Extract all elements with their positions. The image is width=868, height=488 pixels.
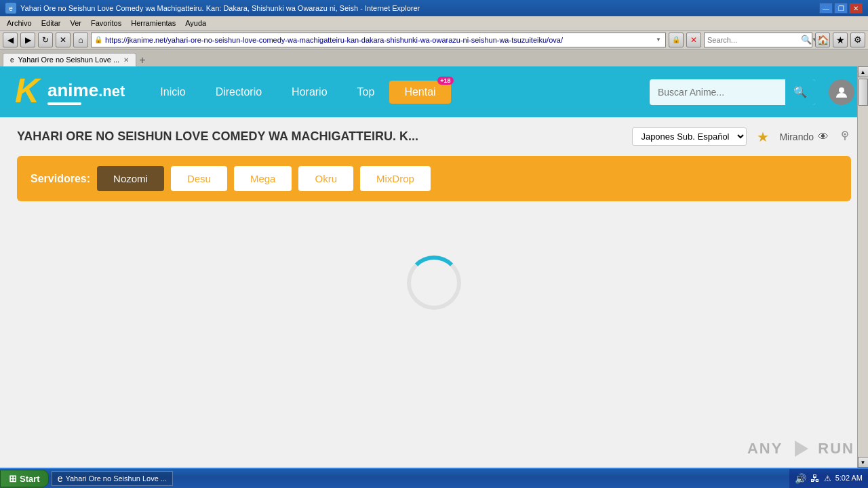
ie-icon: e bbox=[5, 3, 16, 14]
server-mixdrop-button[interactable]: MixDrop bbox=[360, 166, 431, 191]
window-title: Yahari Ore no Seishun Love Comedy wa Mac… bbox=[20, 4, 420, 12]
svg-point-1 bbox=[839, 87, 844, 93]
server-nozomi-button[interactable]: Nozomi bbox=[97, 166, 164, 191]
padlock-button[interactable]: 🔒 bbox=[669, 33, 684, 47]
logo-k: K bbox=[14, 71, 47, 113]
svg-text:K: K bbox=[15, 72, 42, 108]
menu-herramientas[interactable]: Herramientas bbox=[127, 18, 180, 28]
scroll-thumb[interactable] bbox=[859, 79, 868, 106]
location-button[interactable] bbox=[839, 129, 851, 144]
stop-loading-button[interactable]: ✕ bbox=[686, 33, 701, 47]
nav-horario[interactable]: Horario bbox=[277, 81, 342, 104]
site-nav: Inicio Directorio Horario Top Hentai +18 bbox=[145, 81, 450, 104]
start-icon: ⊞ bbox=[9, 473, 17, 484]
page-content: YAHARI ORE NO SEISHUN LOVE COMEDY WA MAC… bbox=[0, 117, 868, 361]
ie-systray-icon[interactable]: ⚠ bbox=[824, 474, 831, 483]
site-search-button[interactable]: 🔍 bbox=[785, 79, 815, 105]
menu-ayuda[interactable]: Ayuda bbox=[181, 18, 210, 28]
nav-inicio[interactable]: Inicio bbox=[145, 81, 200, 104]
site-search-bar: 🔍 bbox=[650, 79, 815, 105]
stop-button[interactable]: ✕ bbox=[56, 33, 71, 47]
taskbar-items: e Yahari Ore no Seishun Love ... bbox=[49, 471, 789, 486]
watermark-any-text: ANY bbox=[747, 440, 783, 458]
loading-area bbox=[17, 215, 851, 350]
browser-search-container: 🔍 ▼ bbox=[704, 33, 812, 47]
server-okru-button[interactable]: Okru bbox=[298, 166, 353, 191]
site-search-input[interactable] bbox=[650, 83, 785, 102]
logo-anime-text: anime bbox=[47, 80, 98, 100]
svg-point-3 bbox=[844, 134, 846, 136]
tabs-bar: e Yahari Ore no Seishun Love ... ✕ + bbox=[0, 49, 868, 66]
nav-directorio[interactable]: Directorio bbox=[201, 81, 277, 104]
servers-label: Servidores: bbox=[31, 173, 90, 185]
menu-editar[interactable]: Editar bbox=[37, 18, 65, 28]
content-area: K anime.net Inicio Directorio Horario To… bbox=[0, 66, 868, 361]
user-avatar-button[interactable] bbox=[829, 79, 854, 105]
menu-archivo[interactable]: Archivo bbox=[3, 18, 36, 28]
nav-top[interactable]: Top bbox=[342, 81, 390, 104]
loading-spinner bbox=[407, 256, 461, 310]
eye-icon: 👁 bbox=[818, 131, 829, 143]
refresh-button[interactable]: ↻ bbox=[38, 33, 53, 47]
tools-icon[interactable]: ⚙ bbox=[850, 33, 865, 47]
favorite-button[interactable]: ★ bbox=[757, 129, 769, 145]
menu-favoritos[interactable]: Favoritos bbox=[87, 18, 125, 28]
browser-search-icon[interactable]: 🔍 bbox=[801, 35, 812, 45]
address-bar[interactable]: 🔒 ▼ bbox=[91, 33, 666, 47]
taskbar-item-label: Yahari Ore no Seishun Love ... bbox=[65, 474, 167, 483]
favorites-icon[interactable]: ★ bbox=[833, 33, 848, 47]
scroll-up-button[interactable]: ▲ bbox=[858, 66, 869, 77]
tab-close-button[interactable]: ✕ bbox=[123, 56, 129, 64]
navigation-bar: ◀ ▶ ↻ ✕ ⌂ 🔒 ▼ 🔒 ✕ 🔍 ▼ 🏠 ★ ⚙ bbox=[0, 30, 868, 49]
anyrun-watermark: ANY RUN bbox=[747, 436, 854, 461]
anime-title: YAHARI ORE NO SEISHUN LOVE COMEDY WA MAC… bbox=[17, 129, 622, 144]
clock: 5:02 AM bbox=[835, 474, 863, 483]
back-button[interactable]: ◀ bbox=[3, 33, 18, 47]
language-selector[interactable]: Japones Sub. Español Español Latino Japo… bbox=[632, 127, 747, 146]
server-desu-button[interactable]: Desu bbox=[171, 166, 227, 191]
site-logo: K anime.net bbox=[14, 71, 125, 113]
site-header: K anime.net Inicio Directorio Horario To… bbox=[0, 66, 868, 117]
minimize-button[interactable]: — bbox=[819, 3, 833, 14]
forward-button[interactable]: ▶ bbox=[20, 33, 35, 47]
watermark-run-text: RUN bbox=[818, 440, 854, 458]
anyrun-play-icon bbox=[788, 436, 812, 461]
tab-active[interactable]: e Yahari Ore no Seishun Love ... ✕ bbox=[3, 53, 136, 66]
taskbar: ⊞ Start e Yahari Ore no Seishun Love ...… bbox=[0, 468, 868, 488]
address-dropdown[interactable]: ▼ bbox=[654, 37, 663, 43]
servers-bar: Servidores: Nozomi Desu Mega Okru MixDro… bbox=[17, 156, 851, 201]
window-controls: — ❐ ✕ bbox=[819, 3, 863, 14]
systray: 🔊 🖧 ⚠ 5:02 AM bbox=[789, 469, 868, 488]
menu-ver[interactable]: Ver bbox=[66, 18, 85, 28]
title-bar: e Yahari Ore no Seishun Love Comedy wa M… bbox=[0, 0, 868, 16]
scrollbar-track: ▲ ▼ bbox=[857, 66, 868, 468]
server-mega-button[interactable]: Mega bbox=[234, 166, 292, 191]
hentai-badge: +18 bbox=[437, 77, 453, 85]
start-label: Start bbox=[20, 474, 40, 484]
volume-icon[interactable]: 🔊 bbox=[795, 473, 806, 484]
anime-title-bar: YAHARI ORE NO SEISHUN LOVE COMEDY WA MAC… bbox=[17, 127, 851, 146]
address-input[interactable] bbox=[105, 36, 654, 44]
home-button[interactable]: ⌂ bbox=[73, 33, 88, 47]
watching-label: Mirando 👁 bbox=[779, 131, 829, 143]
address-icon: 🔒 bbox=[94, 36, 102, 43]
home-icon[interactable]: 🏠 bbox=[815, 33, 830, 47]
nav-hentai[interactable]: Hentai +18 bbox=[389, 81, 450, 104]
menu-bar: Archivo Editar Ver Favoritos Herramienta… bbox=[0, 16, 868, 30]
ie-taskbar-icon: e bbox=[58, 473, 63, 484]
browser-search-input[interactable] bbox=[707, 36, 801, 44]
close-button[interactable]: ✕ bbox=[849, 3, 863, 14]
tab-label: Yahari Ore no Seishun Love ... bbox=[18, 56, 120, 64]
restore-button[interactable]: ❐ bbox=[834, 3, 848, 14]
scroll-down-button[interactable]: ▼ bbox=[858, 457, 869, 468]
logo-net-text: .net bbox=[98, 83, 125, 100]
start-button[interactable]: ⊞ Start bbox=[0, 470, 49, 487]
new-tab-button[interactable]: + bbox=[136, 54, 148, 66]
svg-marker-5 bbox=[795, 441, 808, 457]
network-icon[interactable]: 🖧 bbox=[810, 473, 820, 484]
taskbar-item-ie[interactable]: e Yahari Ore no Seishun Love ... bbox=[52, 471, 173, 486]
